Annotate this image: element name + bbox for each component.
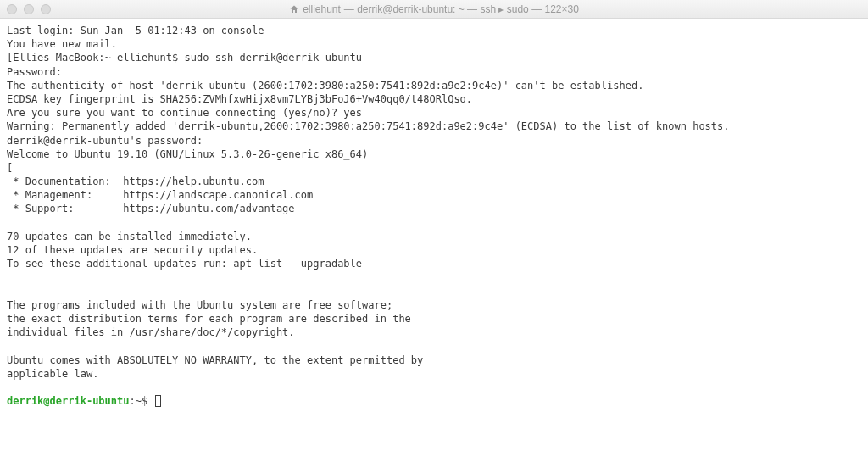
zoom-button[interactable] bbox=[41, 4, 51, 14]
line: * Management: https://landscape.canonica… bbox=[7, 189, 313, 201]
line: 12 of these updates are security updates… bbox=[7, 244, 258, 256]
line: derrik@derrik-ubuntu's password: bbox=[7, 135, 203, 147]
line: applicable law. bbox=[7, 368, 98, 380]
remote-prompt-path: :~$ bbox=[130, 395, 154, 407]
line: Warning: Permanently added 'derrik-ubunt… bbox=[7, 120, 730, 132]
shell-command: sudo ssh derrik@derrik-ubuntu bbox=[185, 52, 363, 64]
terminal-content[interactable]: Last login: Sun Jan 5 01:12:43 on consol… bbox=[0, 19, 868, 451]
line: Ubuntu comes with ABSOLUTELY NO WARRANTY… bbox=[7, 354, 423, 366]
close-button[interactable] bbox=[7, 4, 17, 14]
remote-prompt-user: derrik@derrik-ubuntu bbox=[7, 395, 130, 407]
home-icon bbox=[289, 4, 299, 14]
shell-prompt: [Ellies-MacBook:~ elliehunt$ bbox=[7, 52, 185, 64]
line: * Support: https://ubuntu.com/advantage bbox=[7, 203, 295, 214]
title-rest: — derrik@derrik-ubuntu: ~ — ssh ▸ sudo —… bbox=[344, 3, 579, 15]
titlebar[interactable]: elliehunt — derrik@derrik-ubuntu: ~ — ss… bbox=[0, 0, 868, 19]
line: Are you sure you want to continue connec… bbox=[7, 107, 362, 119]
cursor bbox=[155, 395, 161, 407]
line: [ bbox=[7, 162, 13, 174]
line: The programs included with the Ubuntu sy… bbox=[7, 299, 392, 311]
title-folder: elliehunt bbox=[303, 3, 341, 15]
line: individual files in /usr/share/doc/*/cop… bbox=[7, 326, 295, 338]
window-controls bbox=[7, 4, 51, 14]
line: the exact distribution terms for each pr… bbox=[7, 313, 411, 325]
line: Welcome to Ubuntu 19.10 (GNU/Linux 5.3.0… bbox=[7, 148, 368, 160]
line: The authenticity of host 'derrik-ubuntu … bbox=[7, 80, 643, 92]
line: Last login: Sun Jan 5 01:12:43 on consol… bbox=[7, 25, 264, 36]
line: ECDSA key fingerprint is SHA256:ZVMhfxwH… bbox=[7, 93, 472, 105]
minimize-button[interactable] bbox=[24, 4, 34, 14]
window-title: elliehunt — derrik@derrik-ubuntu: ~ — ss… bbox=[289, 3, 579, 15]
line: 70 updates can be installed immediately. bbox=[7, 231, 252, 242]
line: Password: bbox=[7, 66, 62, 78]
terminal-window: elliehunt — derrik@derrik-ubuntu: ~ — ss… bbox=[0, 0, 868, 451]
line: To see these additional updates run: apt… bbox=[7, 258, 362, 270]
line: * Documentation: https://help.ubuntu.com bbox=[7, 175, 264, 187]
line: You have new mail. bbox=[7, 38, 117, 50]
